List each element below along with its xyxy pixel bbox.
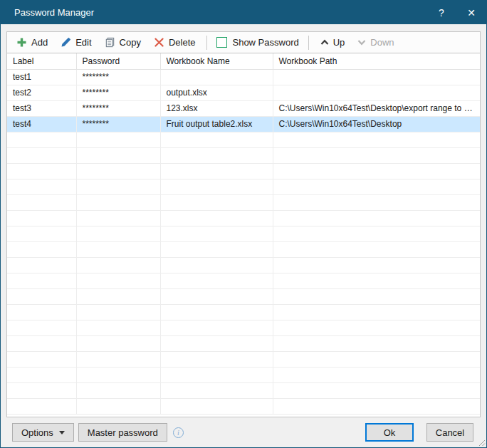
empty-cell <box>7 273 76 288</box>
empty-table-row[interactable] <box>7 163 480 179</box>
cell-password: ******** <box>76 85 160 100</box>
empty-cell <box>7 147 76 163</box>
empty-cell <box>273 226 480 241</box>
delete-button[interactable]: Delete <box>147 33 202 52</box>
empty-cell <box>7 257 76 273</box>
empty-cell <box>76 241 160 257</box>
empty-cell <box>76 335 160 351</box>
show-password-label: Show Password <box>232 37 298 48</box>
close-button[interactable]: ✕ <box>456 1 486 24</box>
edit-icon <box>61 37 71 48</box>
password-manager-window: Password Manager ? ✕ Add Edit <box>0 0 487 448</box>
master-password-button[interactable]: Master password <box>78 423 167 442</box>
up-button-label: Up <box>333 37 345 48</box>
column-header-workbook-name[interactable]: Workbook Name <box>160 53 273 69</box>
add-button[interactable]: Add <box>10 33 54 52</box>
empty-table-row[interactable] <box>7 398 480 414</box>
empty-cell <box>160 179 273 194</box>
empty-cell <box>7 210 76 226</box>
empty-table-row[interactable] <box>7 273 480 288</box>
empty-table-row[interactable] <box>7 367 480 382</box>
cancel-button[interactable]: Cancel <box>426 423 473 442</box>
empty-cell <box>7 288 76 304</box>
empty-cell <box>273 288 480 304</box>
empty-cell <box>273 147 480 163</box>
cell-workbook-name: output.xlsx <box>160 85 273 100</box>
up-button[interactable]: Up <box>314 33 352 52</box>
empty-cell <box>160 147 273 163</box>
column-header-label[interactable]: Label <box>7 53 76 69</box>
empty-cell <box>7 367 76 382</box>
dropdown-caret-icon <box>59 431 65 434</box>
empty-cell <box>160 241 273 257</box>
empty-table-row[interactable] <box>7 226 480 241</box>
info-icon[interactable]: i <box>173 427 184 438</box>
empty-cell <box>76 320 160 335</box>
resize-grip-icon[interactable] <box>478 439 486 447</box>
empty-cell <box>76 257 160 273</box>
empty-table-row[interactable] <box>7 241 480 257</box>
empty-table-row[interactable] <box>7 210 480 226</box>
column-header-password[interactable]: Password <box>76 53 160 69</box>
toolbar-separator <box>206 36 207 50</box>
empty-table-row[interactable] <box>7 132 480 147</box>
empty-cell <box>273 163 480 179</box>
column-header-workbook-path[interactable]: Workbook Path <box>273 53 480 69</box>
empty-cell <box>160 320 273 335</box>
copy-button[interactable]: Copy <box>98 33 147 52</box>
table-row[interactable]: test2********output.xlsx <box>7 85 480 100</box>
cell-workbook-name <box>160 69 273 85</box>
chevron-down-icon <box>357 39 366 46</box>
table-row[interactable]: test1******** <box>7 69 480 85</box>
copy-icon <box>105 37 115 48</box>
cell-label: test3 <box>7 100 76 116</box>
empty-cell <box>273 335 480 351</box>
show-password-checkbox[interactable]: Show Password <box>212 37 303 48</box>
empty-table-row[interactable] <box>7 179 480 194</box>
empty-cell <box>76 132 160 147</box>
empty-table-row[interactable] <box>7 257 480 273</box>
empty-cell <box>7 226 76 241</box>
window-title: Password Manager <box>14 7 94 18</box>
empty-cell <box>76 351 160 367</box>
empty-table-row[interactable] <box>7 335 480 351</box>
empty-cell <box>273 398 480 414</box>
empty-table-row[interactable] <box>7 304 480 320</box>
empty-cell <box>76 210 160 226</box>
empty-cell <box>160 398 273 414</box>
help-button[interactable]: ? <box>426 1 456 24</box>
empty-cell <box>273 320 480 335</box>
empty-cell <box>76 382 160 398</box>
empty-cell <box>273 304 480 320</box>
edit-button[interactable]: Edit <box>54 33 98 52</box>
empty-table-row[interactable] <box>7 351 480 367</box>
empty-table-row[interactable] <box>7 194 480 210</box>
cell-password: ******** <box>76 69 160 85</box>
empty-cell <box>7 335 76 351</box>
empty-table-row[interactable] <box>7 382 480 398</box>
ok-button[interactable]: Ok <box>365 423 414 442</box>
down-button-label: Down <box>370 37 394 48</box>
add-button-label: Add <box>31 37 48 48</box>
empty-cell <box>273 241 480 257</box>
empty-table-row[interactable] <box>7 147 480 163</box>
empty-cell <box>7 304 76 320</box>
add-icon <box>16 37 27 48</box>
password-table: LabelPasswordWorkbook NameWorkbook Path … <box>7 53 480 415</box>
copy-button-label: Copy <box>120 37 141 48</box>
table-row[interactable]: test4********Fruit output table2.xlsxC:\… <box>7 116 480 132</box>
empty-cell <box>160 210 273 226</box>
empty-table-row[interactable] <box>7 320 480 335</box>
empty-cell <box>160 132 273 147</box>
empty-cell <box>160 288 273 304</box>
empty-cell <box>273 257 480 273</box>
empty-cell <box>76 304 160 320</box>
empty-table-row[interactable] <box>7 288 480 304</box>
cell-workbook-name: Fruit output table2.xlsx <box>160 116 273 132</box>
empty-cell <box>273 194 480 210</box>
options-button[interactable]: Options <box>12 423 74 442</box>
empty-cell <box>160 273 273 288</box>
down-button[interactable]: Down <box>351 33 400 52</box>
empty-cell <box>76 288 160 304</box>
table-row[interactable]: test3********123.xlsxC:\Users\Win10x64Te… <box>7 100 480 116</box>
